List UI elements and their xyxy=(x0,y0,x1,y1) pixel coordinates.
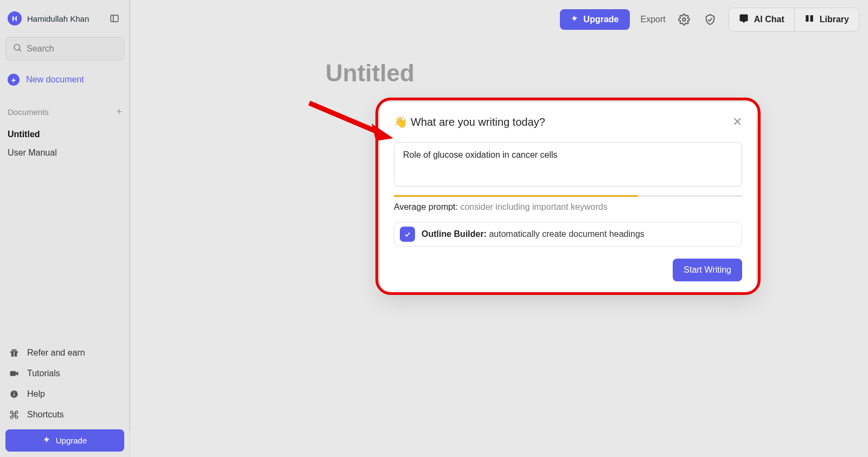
dialog-header: 👋 What are you writing today? ✕ xyxy=(394,115,742,129)
start-writing-button[interactable]: Start Writing xyxy=(673,259,742,281)
svg-point-7 xyxy=(12,350,14,351)
topbar-upgrade-button[interactable]: Upgrade xyxy=(560,9,630,30)
dialog-title-text: What are you writing today? xyxy=(411,116,545,128)
topbar-upgrade-label: Upgrade xyxy=(584,15,619,24)
documents-header: Documents + xyxy=(5,104,124,120)
shield-icon[interactable] xyxy=(703,12,718,27)
sidebar-doc-user-manual[interactable]: User Manual xyxy=(5,144,124,162)
ai-chat-button[interactable]: AI Chat xyxy=(729,8,794,31)
outline-builder-row[interactable]: Outline Builder: automatically create do… xyxy=(394,222,742,247)
info-icon xyxy=(9,389,20,399)
panel-toggle-icon[interactable] xyxy=(107,11,122,26)
library-button[interactable]: Library xyxy=(794,8,859,31)
settings-icon[interactable] xyxy=(676,12,692,27)
search-icon xyxy=(12,43,22,55)
prompt-quality-bar xyxy=(394,195,742,197)
main-area: Upgrade Export AI Chat Library xyxy=(130,0,868,457)
library-label: Library xyxy=(820,15,849,24)
sidebar: H Hamidullah Khan + New document Documen… xyxy=(0,0,130,457)
help[interactable]: Help xyxy=(5,384,124,404)
help-label: Help xyxy=(27,389,45,399)
search-input[interactable] xyxy=(27,44,117,54)
export-label: Export xyxy=(641,15,666,24)
search-input-wrapper[interactable] xyxy=(5,37,124,61)
outline-checkbox[interactable] xyxy=(400,227,415,242)
outline-desc: automatically create document headings xyxy=(489,229,644,239)
library-icon xyxy=(805,14,814,25)
svg-rect-0 xyxy=(111,15,118,22)
dialog-title: 👋 What are you writing today? xyxy=(394,115,545,128)
document-title[interactable]: Untitled xyxy=(326,60,414,87)
svg-rect-6 xyxy=(14,351,15,357)
outline-label: Outline Builder: xyxy=(422,229,487,239)
shortcuts[interactable]: Shortcuts xyxy=(5,404,124,425)
sidebar-upgrade-label: Upgrade xyxy=(56,436,87,445)
prompt-input[interactable]: Role of glucose oxidation in cancer cell… xyxy=(394,142,742,186)
bolt-icon xyxy=(571,15,578,24)
svg-rect-12 xyxy=(14,394,15,396)
sidebar-upgrade-button[interactable]: Upgrade xyxy=(5,429,124,452)
svg-rect-13 xyxy=(14,392,15,393)
svg-rect-9 xyxy=(10,371,16,376)
video-icon xyxy=(9,369,20,378)
topbar: Upgrade Export AI Chat Library xyxy=(560,8,859,31)
svg-point-8 xyxy=(15,350,16,351)
dialog-footer: Start Writing xyxy=(394,259,742,281)
new-document-button[interactable]: + New document xyxy=(5,70,124,89)
user-row[interactable]: H Hamidullah Khan xyxy=(5,9,124,28)
tutorials-label: Tutorials xyxy=(27,369,60,378)
shortcuts-label: Shortcuts xyxy=(27,410,64,420)
gift-icon xyxy=(9,348,20,358)
export-link[interactable]: Export xyxy=(641,15,666,24)
prompt-quality-hint: consider including important keywords xyxy=(460,202,607,211)
command-icon xyxy=(9,410,20,420)
svg-rect-17 xyxy=(806,15,808,22)
refer-label: Refer and earn xyxy=(27,348,85,358)
prompt-quality-label: Average prompt: xyxy=(394,202,458,211)
svg-point-2 xyxy=(14,44,20,50)
bolt-icon xyxy=(43,436,50,445)
refer-and-earn[interactable]: Refer and earn xyxy=(5,343,124,363)
svg-line-19 xyxy=(309,103,380,133)
outline-text: Outline Builder: automatically create do… xyxy=(422,229,644,239)
svg-point-16 xyxy=(682,18,686,21)
avatar: H xyxy=(8,11,22,25)
tutorials[interactable]: Tutorials xyxy=(5,363,124,384)
svg-rect-18 xyxy=(810,15,813,22)
svg-marker-15 xyxy=(571,15,577,22)
plus-icon: + xyxy=(8,74,20,86)
user-name: Hamidullah Khan xyxy=(27,14,101,23)
svg-marker-14 xyxy=(43,436,49,443)
ai-chat-label: AI Chat xyxy=(754,15,784,24)
svg-marker-10 xyxy=(16,371,18,376)
documents-header-label: Documents xyxy=(8,107,49,117)
add-document-icon[interactable]: + xyxy=(116,106,122,118)
sidebar-doc-untitled[interactable]: Untitled xyxy=(5,125,124,144)
topbar-group: AI Chat Library xyxy=(729,8,859,31)
prompt-quality-text: Average prompt: consider including impor… xyxy=(394,202,742,212)
new-document-label: New document xyxy=(26,75,84,85)
chat-icon xyxy=(739,14,749,25)
svg-line-3 xyxy=(19,49,21,51)
close-icon[interactable]: ✕ xyxy=(732,115,742,129)
wave-icon: 👋 xyxy=(394,115,407,128)
prompt-quality-fill xyxy=(394,195,637,197)
writing-prompt-dialog: 👋 What are you writing today? ✕ Role of … xyxy=(380,102,756,293)
